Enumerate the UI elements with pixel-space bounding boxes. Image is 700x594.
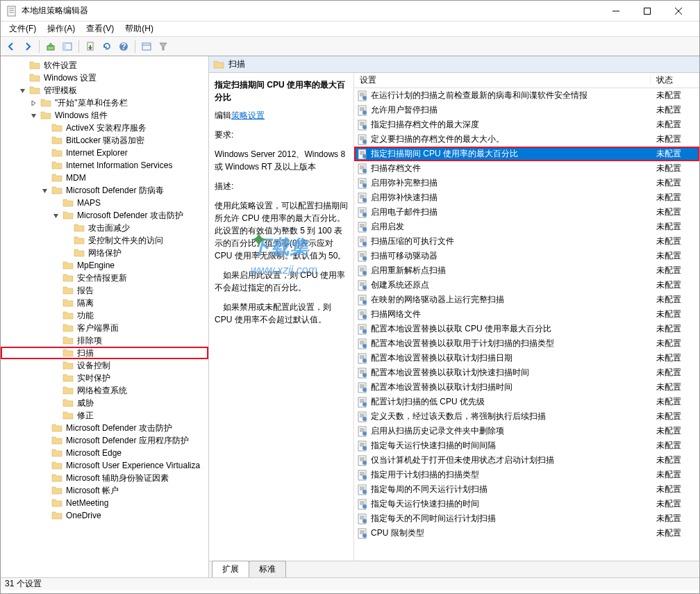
tree-item[interactable]: 威胁 bbox=[1, 397, 208, 409]
close-button[interactable] bbox=[662, 1, 694, 21]
expand-icon[interactable] bbox=[40, 123, 49, 133]
expand-icon[interactable] bbox=[40, 423, 49, 433]
tree-item[interactable]: "开始"菜单和任务栏 bbox=[1, 97, 208, 109]
expand-icon[interactable] bbox=[17, 60, 27, 70]
list-row[interactable]: 扫描可移动驱动器未配置 bbox=[354, 249, 699, 263]
tree-item[interactable]: 扫描 bbox=[1, 347, 208, 359]
list-row[interactable]: 在映射的网络驱动器上运行完整扫描未配置 bbox=[354, 292, 699, 307]
tree-item[interactable]: 排除项 bbox=[1, 334, 208, 347]
tree-item[interactable]: 网络保护 bbox=[1, 247, 208, 259]
expand-icon[interactable] bbox=[62, 248, 72, 258]
tab-standard[interactable]: 标准 bbox=[249, 561, 286, 577]
expand-icon[interactable] bbox=[17, 73, 27, 83]
list-row[interactable]: 定义天数，经过该天数后，将强制执行后续扫描未配置 bbox=[354, 409, 699, 424]
tree-item[interactable]: Windows 组件 bbox=[1, 109, 208, 122]
column-setting[interactable]: 设置 bbox=[354, 74, 651, 86]
expand-icon[interactable] bbox=[51, 261, 60, 270]
tree-item[interactable]: ActiveX 安装程序服务 bbox=[1, 122, 208, 134]
list-row[interactable]: 扫描网络文件未配置 bbox=[354, 307, 699, 322]
expand-icon[interactable] bbox=[17, 85, 27, 95]
tree-item[interactable]: Microsoft Defender 应用程序防护 bbox=[1, 434, 208, 447]
list-row[interactable]: 配置本地设置替换以获取 CPU 使用率最大百分比未配置 bbox=[354, 322, 699, 336]
expand-icon[interactable] bbox=[51, 298, 60, 308]
expand-icon[interactable] bbox=[28, 110, 38, 120]
up-button[interactable] bbox=[43, 39, 58, 54]
list-row[interactable]: 配置本地设置替换以获取计划快速扫描时间未配置 bbox=[354, 365, 699, 380]
tree-item[interactable]: 软件设置 bbox=[1, 59, 208, 72]
help-button[interactable]: ? bbox=[116, 39, 131, 54]
tree-item[interactable]: NetMeeting bbox=[1, 497, 208, 509]
show-hide-tree-button[interactable] bbox=[60, 39, 75, 54]
expand-icon[interactable] bbox=[28, 98, 38, 108]
export-button[interactable] bbox=[83, 39, 98, 54]
expand-icon[interactable] bbox=[40, 436, 49, 445]
list-row[interactable]: 扫描压缩的可执行文件未配置 bbox=[354, 234, 699, 249]
tree-item[interactable]: 攻击面减少 bbox=[1, 222, 208, 234]
list-row[interactable]: 配置本地设置替换以获取用于计划扫描的扫描类型未配置 bbox=[354, 336, 699, 351]
list-row[interactable]: 扫描存档文件未配置 bbox=[354, 161, 699, 176]
tree-item[interactable]: 修正 bbox=[1, 409, 208, 422]
expand-icon[interactable] bbox=[40, 185, 49, 195]
list-row[interactable]: 启用重新解析点扫描未配置 bbox=[354, 263, 699, 278]
expand-icon[interactable] bbox=[40, 173, 49, 183]
tree-item[interactable]: 客户端界面 bbox=[1, 322, 208, 334]
tree-item[interactable]: 设备控制 bbox=[1, 359, 208, 372]
expand-icon[interactable] bbox=[62, 236, 72, 245]
expand-icon[interactable] bbox=[40, 448, 49, 458]
expand-icon[interactable] bbox=[62, 223, 72, 233]
tree-item[interactable]: 功能 bbox=[1, 309, 208, 322]
expand-icon[interactable] bbox=[51, 348, 60, 358]
list-row[interactable]: 定义要扫描的存档文件的最大大小。未配置 bbox=[354, 132, 699, 147]
list-row[interactable]: 启用启发未配置 bbox=[354, 220, 699, 234]
expand-icon[interactable] bbox=[40, 511, 49, 520]
tree-item[interactable]: 管理模板 bbox=[1, 84, 208, 97]
tree-item[interactable]: Internet Information Services bbox=[1, 159, 208, 172]
menu-action[interactable]: 操作(A) bbox=[42, 22, 81, 36]
tree-item[interactable]: Windows 设置 bbox=[1, 72, 208, 84]
tree-item[interactable]: 隔离 bbox=[1, 297, 208, 309]
list-row[interactable]: 启用弥补完整扫描未配置 bbox=[354, 176, 699, 190]
tree-item[interactable]: Microsoft 帐户 bbox=[1, 484, 208, 497]
tree-item[interactable]: 网络检查系统 bbox=[1, 384, 208, 397]
expand-icon[interactable] bbox=[51, 286, 60, 295]
expand-icon[interactable] bbox=[51, 211, 60, 220]
list-row[interactable]: 允许用户暂停扫描未配置 bbox=[354, 103, 699, 117]
expand-icon[interactable] bbox=[40, 498, 49, 508]
tree-item[interactable]: Microsoft User Experience Virtualiza bbox=[1, 459, 208, 472]
tree-item[interactable]: Internet Explorer bbox=[1, 147, 208, 159]
tab-extended[interactable]: 扩展 bbox=[212, 561, 249, 577]
tree-item[interactable]: MAPS bbox=[1, 197, 208, 209]
forward-button[interactable] bbox=[20, 39, 35, 54]
list-row[interactable]: 创建系统还原点未配置 bbox=[354, 278, 699, 292]
column-state[interactable]: 状态 bbox=[651, 74, 699, 86]
expand-icon[interactable] bbox=[40, 135, 49, 145]
menu-view[interactable]: 查看(V) bbox=[81, 22, 119, 36]
list-row[interactable]: 配置计划扫描的低 CPU 优先级未配置 bbox=[354, 395, 699, 409]
tree-item[interactable]: Microsoft Defender 防病毒 bbox=[1, 184, 208, 197]
list-row[interactable]: 指定扫描期间 CPU 使用率的最大百分比未配置 bbox=[354, 147, 699, 161]
list-row[interactable]: 仅当计算机处于打开但未使用状态才启动计划扫描未配置 bbox=[354, 453, 699, 468]
list-row[interactable]: 指定每天运行快速扫描的时间间隔未配置 bbox=[354, 438, 699, 453]
list-row[interactable]: CPU 限制类型未配置 bbox=[354, 526, 699, 541]
list-row[interactable]: 指定每天的不同时间运行计划扫描未配置 bbox=[354, 511, 699, 526]
list-row[interactable]: 在运行计划的扫描之前检查最新的病毒和间谍软件安全情报未配置 bbox=[354, 88, 699, 103]
refresh-button[interactable] bbox=[99, 39, 115, 54]
list-row[interactable]: 配置本地设置替换以获取计划扫描日期未配置 bbox=[354, 351, 699, 365]
tree-item[interactable]: Microsoft Defender 攻击防护 bbox=[1, 422, 208, 434]
list-row[interactable]: 指定用于计划扫描的扫描类型未配置 bbox=[354, 468, 699, 482]
expand-icon[interactable] bbox=[51, 361, 60, 370]
list-row[interactable]: 配置本地设置替换以获取计划扫描时间未配置 bbox=[354, 380, 699, 395]
list-row[interactable]: 指定每周的不同天运行计划扫描未配置 bbox=[354, 482, 699, 497]
tree-item[interactable]: Microsoft Defender 攻击防护 bbox=[1, 209, 208, 222]
expand-icon[interactable] bbox=[51, 198, 60, 208]
edit-link[interactable]: 策略设置 bbox=[231, 110, 265, 120]
tree-item[interactable]: 报告 bbox=[1, 284, 208, 297]
filter-button[interactable] bbox=[156, 39, 171, 54]
list-row[interactable]: 启用弥补快速扫描未配置 bbox=[354, 190, 699, 205]
expand-icon[interactable] bbox=[51, 273, 60, 283]
expand-icon[interactable] bbox=[51, 336, 60, 345]
list-row[interactable]: 指定每天运行快速扫描的时间未配置 bbox=[354, 497, 699, 511]
tree-item[interactable]: Microsoft 辅助身份验证因素 bbox=[1, 472, 208, 484]
back-button[interactable] bbox=[3, 39, 19, 54]
tree-item[interactable]: 受控制文件夹的访问 bbox=[1, 234, 208, 247]
